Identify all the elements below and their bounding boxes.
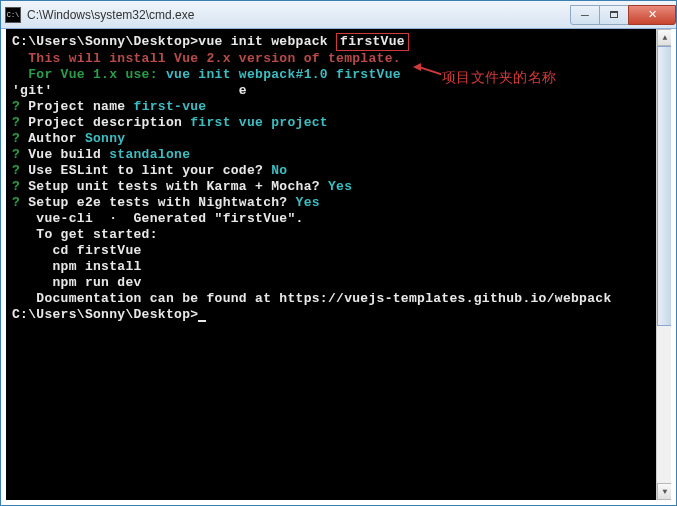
prompt-unit-tests: ? Setup unit tests with Karma + Mocha? Y…: [12, 179, 665, 195]
maximize-button[interactable]: [599, 5, 629, 25]
cursor-icon: [198, 320, 206, 322]
cmd-cd: cd firstVue: [12, 243, 665, 259]
get-started: To get started:: [12, 227, 665, 243]
scroll-down-button[interactable]: ▼: [657, 483, 673, 500]
terminal-area[interactable]: C:\Users\Sonny\Desktop>vue init webpack …: [4, 29, 673, 502]
cmd-window: C:\ C:\Windows\system32\cmd.exe ─ ✕ C:\U…: [0, 0, 677, 506]
annotation-arrow-icon: [413, 66, 443, 68]
git-error: 'git' e: [12, 83, 665, 99]
prompt-eslint: ? Use ESLint to lint your code? No: [12, 163, 665, 179]
prompt: C:\Users\Sonny\Desktop>: [12, 34, 198, 49]
close-button[interactable]: ✕: [628, 5, 676, 25]
window-controls: ─ ✕: [571, 5, 676, 25]
scroll-thumb[interactable]: [657, 46, 673, 326]
prompt-author: ? Author Sonny: [12, 131, 665, 147]
current-prompt: C:\Users\Sonny\Desktop>: [12, 307, 665, 323]
highlighted-arg: firstVue: [336, 33, 409, 51]
prompt-e2e-tests: ? Setup e2e tests with Nightwatch? Yes: [12, 195, 665, 211]
minimize-button[interactable]: ─: [570, 5, 600, 25]
command-line: C:\Users\Sonny\Desktop>vue init webpack …: [12, 33, 665, 51]
cmd-npm-install: npm install: [12, 259, 665, 275]
prompt-project-name: ? Project name first-vue: [12, 99, 665, 115]
generated-msg: vue-cli · Generated "firstVue".: [12, 211, 665, 227]
scroll-up-button[interactable]: ▲: [657, 29, 673, 46]
scrollbar[interactable]: ▲ ▼: [656, 29, 673, 500]
window-title: C:\Windows\system32\cmd.exe: [27, 8, 571, 22]
vue1-hint: For Vue 1.x use: vue init webpack#1.0 fi…: [12, 67, 665, 83]
docs-link: Documentation can be found at https://vu…: [12, 291, 665, 307]
annotation-label: 项目文件夹的名称: [442, 69, 556, 85]
install-msg: This will install Vue 2.x version of tem…: [12, 51, 665, 67]
prompt-vue-build: ? Vue build standalone: [12, 147, 665, 163]
cmd-icon: C:\: [5, 7, 21, 23]
titlebar[interactable]: C:\ C:\Windows\system32\cmd.exe ─ ✕: [1, 1, 676, 29]
cmd-npm-run: npm run dev: [12, 275, 665, 291]
prompt-project-desc: ? Project description first vue project: [12, 115, 665, 131]
